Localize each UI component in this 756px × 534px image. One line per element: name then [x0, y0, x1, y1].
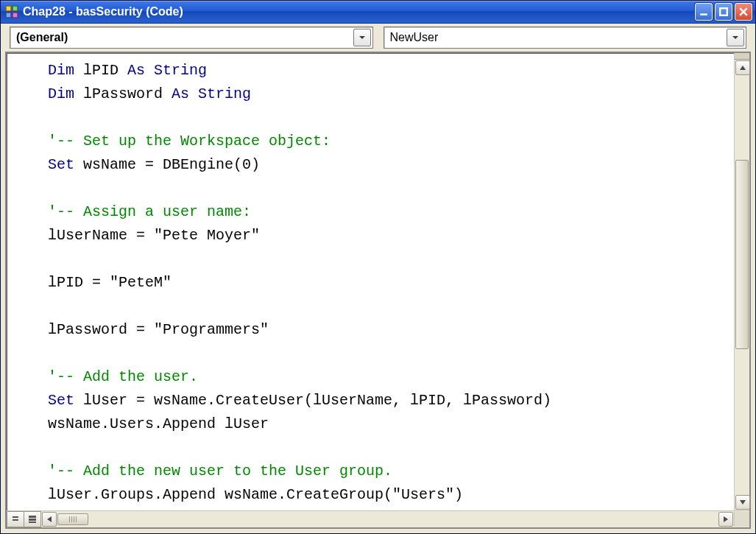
code-window: Chap28 - basSecurity (Code) (General) Ne…: [0, 0, 756, 534]
full-module-view-button[interactable]: [24, 511, 41, 527]
svg-rect-9: [29, 519, 36, 521]
code-line[interactable]: '-- Assign a user name:: [7, 200, 734, 224]
code-line[interactable]: wsName.Users.Append lUser: [7, 412, 734, 436]
code-line[interactable]: [7, 436, 734, 460]
code-token: lPassword: [83, 85, 172, 102]
object-dropdown[interactable]: (General): [10, 27, 373, 49]
code-token: Set: [48, 156, 83, 173]
minimize-button[interactable]: [695, 3, 713, 21]
code-line[interactable]: Dim lPID As String: [7, 59, 734, 82]
editor-bottom-bar: [7, 510, 749, 527]
code-token: '-- Set up the Workspace object:: [48, 133, 331, 150]
code-line[interactable]: [7, 342, 734, 365]
vb-module-icon: [5, 5, 18, 18]
procedure-dropdown[interactable]: NewUser: [384, 27, 747, 49]
code-line[interactable]: [7, 106, 734, 130]
declaration-toolbar: (General) NewUser: [1, 24, 755, 52]
code-token: wsName.Users.Append lUser: [48, 415, 269, 432]
maximize-button[interactable]: [715, 3, 732, 21]
vertical-scrollbar[interactable]: [734, 53, 749, 510]
svg-rect-4: [700, 13, 707, 15]
window-buttons: [695, 3, 752, 21]
code-token: '-- Add the new user to the User group.: [48, 463, 392, 479]
svg-rect-8: [29, 516, 36, 518]
scroll-right-button[interactable]: [718, 512, 733, 527]
code-line[interactable]: lPassword = "Programmers": [7, 318, 734, 342]
view-mode-buttons: [7, 511, 41, 527]
window-title: Chap28 - basSecurity (Code): [23, 5, 695, 18]
code-line[interactable]: Set wsName = DBEngine(0): [7, 153, 734, 177]
code-token: As String: [172, 85, 251, 102]
svg-rect-6: [13, 516, 18, 518]
code-line[interactable]: lUser.Groups.Append wsName.CreateGroup("…: [7, 483, 734, 507]
svg-rect-0: [6, 6, 11, 11]
code-token: lUser = wsName.CreateUser(lUserName, lPI…: [83, 392, 551, 409]
split-handle[interactable]: [735, 53, 749, 60]
code-token: lPID = "PeteM": [48, 274, 172, 291]
code-line[interactable]: [7, 177, 734, 200]
horizontal-scroll-thumb[interactable]: [57, 513, 88, 525]
code-token: lUserName = "Pete Moyer": [48, 227, 260, 244]
code-token: '-- Add the user.: [48, 368, 198, 385]
code-token: '-- Assign a user name:: [48, 203, 251, 220]
code-line[interactable]: [7, 295, 734, 318]
editor-client-area: Dim lPID As StringDim lPassword As Strin…: [5, 52, 751, 529]
code-token: lPID: [83, 62, 127, 79]
editor-wrap: Dim lPID As StringDim lPassword As Strin…: [7, 53, 749, 510]
close-button[interactable]: [735, 3, 752, 21]
code-line[interactable]: lPID = "PeteM": [7, 271, 734, 295]
svg-rect-7: [13, 519, 18, 521]
horizontal-scroll-track[interactable]: [57, 513, 718, 526]
code-line[interactable]: '-- Add the new user to the User group.: [7, 460, 734, 483]
svg-rect-10: [29, 521, 36, 523]
code-token: lUser.Groups.Append wsName.CreateGroup("…: [48, 486, 463, 503]
code-token: Dim: [48, 62, 83, 79]
code-line[interactable]: lUserName = "Pete Moyer": [7, 224, 734, 247]
code-token: As String: [127, 62, 207, 79]
code-line[interactable]: Set lUser = wsName.CreateUser(lUserName,…: [7, 389, 734, 412]
svg-rect-5: [720, 8, 727, 15]
vertical-scroll-thumb[interactable]: [735, 160, 749, 350]
code-line[interactable]: '-- Add the user.: [7, 365, 734, 389]
svg-rect-3: [13, 13, 18, 18]
chevron-down-icon[interactable]: [353, 29, 371, 46]
scroll-down-button[interactable]: [735, 495, 750, 510]
vertical-scroll-track[interactable]: [735, 76, 749, 494]
code-line[interactable]: [7, 247, 734, 271]
scroll-left-button[interactable]: [42, 512, 57, 527]
code-line[interactable]: '-- Set up the Workspace object:: [7, 130, 734, 153]
chevron-down-icon[interactable]: [727, 29, 744, 46]
code-token: Dim: [48, 85, 83, 102]
horizontal-scrollbar[interactable]: [41, 512, 734, 527]
svg-rect-2: [6, 13, 11, 18]
code-editor[interactable]: Dim lPID As StringDim lPassword As Strin…: [7, 53, 734, 510]
code-token: Set: [48, 392, 83, 409]
scroll-up-button[interactable]: [735, 60, 750, 75]
scroll-corner: [734, 512, 749, 527]
procedure-dropdown-text: NewUser: [390, 31, 727, 44]
code-token: wsName = DBEngine(0): [83, 156, 260, 173]
procedure-view-button[interactable]: [7, 511, 24, 527]
code-line[interactable]: Dim lPassword As String: [7, 82, 734, 106]
svg-rect-1: [13, 6, 18, 11]
code-token: lPassword = "Programmers": [48, 321, 269, 338]
title-bar[interactable]: Chap28 - basSecurity (Code): [1, 1, 755, 24]
object-dropdown-text: (General): [16, 31, 353, 44]
